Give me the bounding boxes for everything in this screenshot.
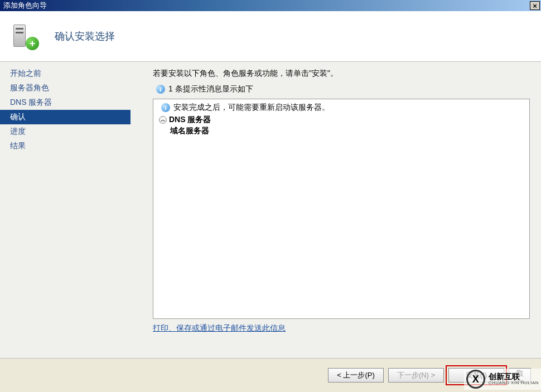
previous-button[interactable]: < 上一步(P) bbox=[328, 368, 384, 383]
server-icon bbox=[13, 25, 26, 47]
page-title: 确认安装选择 bbox=[55, 30, 115, 43]
export-link-line: 打印、保存或通过电子邮件发送此信息 bbox=[153, 323, 530, 333]
watermark-cn: 创新互联 bbox=[489, 372, 539, 381]
role-name: DNS 服务器 bbox=[169, 115, 211, 125]
step-server-roles[interactable]: 服务器角色 bbox=[0, 81, 131, 95]
close-icon: × bbox=[533, 2, 537, 9]
step-dns-server[interactable]: DNS 服务器 bbox=[0, 95, 131, 110]
watermark-icon: X bbox=[466, 370, 485, 389]
info-icon: i bbox=[156, 85, 165, 94]
restart-warning-line: i 安装完成之后，可能需要重新启动该服务器。 bbox=[159, 103, 524, 113]
step-results[interactable]: 结果 bbox=[0, 139, 131, 153]
plus-badge-icon: + bbox=[26, 37, 39, 50]
close-button[interactable]: × bbox=[530, 1, 540, 10]
info-icon: i bbox=[161, 103, 170, 112]
watermark-en: CHUANG XIN HULIAN bbox=[489, 381, 539, 386]
collapse-icon[interactable]: ︿ bbox=[159, 116, 167, 124]
wizard-body: 开始之前 服务器角色 DNS 服务器 确认 进度 结果 若要安装以下角色、角色服… bbox=[0, 62, 541, 358]
watermark: X 创新互联 CHUANG XIN HULIAN bbox=[464, 369, 541, 390]
info-message-line: i 1 条提示性消息显示如下 bbox=[153, 84, 530, 94]
step-confirm[interactable]: 确认 bbox=[0, 110, 131, 124]
wizard-footer: < 上一步(P) 下一步(N) > 安装(I) 取消 bbox=[0, 358, 541, 391]
role-header[interactable]: ︿ DNS 服务器 bbox=[159, 115, 524, 125]
export-info-link[interactable]: 打印、保存或通过电子邮件发送此信息 bbox=[153, 323, 286, 332]
wizard-main: 若要安装以下角色、角色服务或功能，请单击"安装"。 i 1 条提示性消息显示如下… bbox=[131, 62, 541, 358]
window-title: 添加角色向导 bbox=[3, 1, 47, 11]
step-progress[interactable]: 进度 bbox=[0, 124, 131, 139]
info-message-text: 1 条提示性消息显示如下 bbox=[168, 84, 253, 94]
wizard-header: + 确认安装选择 bbox=[0, 11, 541, 61]
confirmation-panel: i 安装完成之后，可能需要重新启动该服务器。 ︿ DNS 服务器 域名服务器 bbox=[153, 99, 530, 319]
wizard-steps-sidebar: 开始之前 服务器角色 DNS 服务器 确认 进度 结果 bbox=[0, 62, 131, 358]
wizard-icon: + bbox=[11, 22, 39, 50]
next-button: 下一步(N) > bbox=[388, 368, 444, 383]
step-before-begin[interactable]: 开始之前 bbox=[0, 66, 131, 81]
titlebar: 添加角色向导 × bbox=[0, 0, 541, 11]
restart-warning-text: 安装完成之后，可能需要重新启动该服务器。 bbox=[173, 103, 330, 113]
intro-text: 若要安装以下角色、角色服务或功能，请单击"安装"。 bbox=[153, 69, 530, 79]
role-description: 域名服务器 bbox=[159, 126, 524, 136]
